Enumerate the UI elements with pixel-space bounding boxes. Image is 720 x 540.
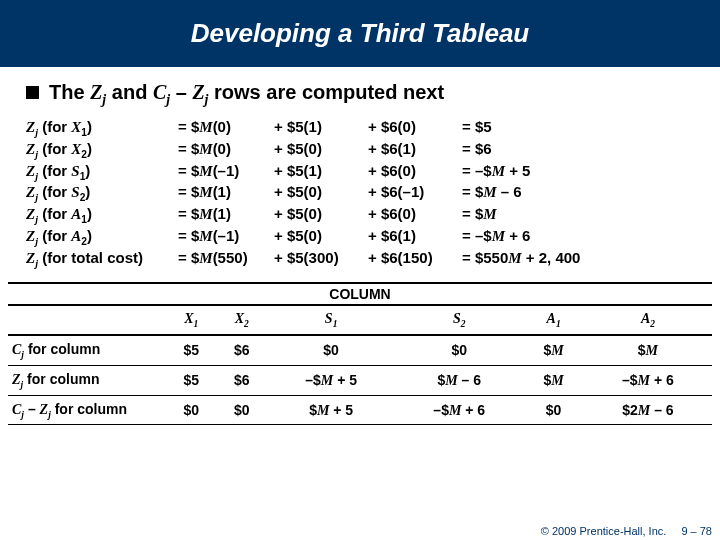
equation-row: Zj (for A1)= $M(1)+ $5(0)+ $6(0)= $M: [26, 205, 694, 227]
equation-row: Zj (for A2)= $M(–1)+ $5(0)+ $6(1)= –$M +…: [26, 227, 694, 249]
bullet-main: The Zj and Cj – Zj rows are computed nex…: [0, 67, 720, 116]
equation-row: Zj (for S1)= $M(–1)+ $5(1)+ $6(0)= –$M +…: [26, 162, 694, 184]
equation-row: Zj (for S2)= $M(1)+ $5(0)+ $6(–1)= $M – …: [26, 183, 694, 205]
equation-row: Zj (for total cost)= $M(550)+ $5(300)+ $…: [26, 249, 694, 271]
table-row: Cj for column$5$6$0$0$M$M: [8, 335, 712, 365]
equation-row: Zj (for X2)= $M(0)+ $5(0)+ $6(1)= $6: [26, 140, 694, 162]
equation-row: Zj (for X1)= $M(0)+ $5(1)+ $6(0)= $5: [26, 118, 694, 140]
table-head-row: X1 X2 S1 S2 A1 A2: [8, 306, 712, 335]
slide-footer: © 2009 Prentice-Hall, Inc. 9 – 78: [541, 525, 712, 537]
table-row: Zj for column$5$6–$M + 5$M – 6$M–$M + 6: [8, 365, 712, 395]
slide-title: Developing a Third Tableau: [0, 0, 720, 67]
bottom-table: X1 X2 S1 S2 A1 A2 Cj for column$5$6$0$0$…: [8, 305, 712, 425]
table-row: Cj – Zj for column$0$0$M + 5–$M + 6$0$2M…: [8, 395, 712, 425]
bullet-icon: [26, 86, 39, 99]
equation-block: Zj (for X1)= $M(0)+ $5(1)+ $6(0)= $5Zj (…: [0, 116, 720, 276]
table-body: Cj for column$5$6$0$0$M$MZj for column$5…: [8, 335, 712, 425]
column-super-header: COLUMN: [8, 282, 712, 305]
page-number: 9 – 78: [681, 525, 712, 537]
copyright: © 2009 Prentice-Hall, Inc.: [541, 525, 667, 537]
bullet-text: The Zj and Cj – Zj rows are computed nex…: [49, 81, 444, 108]
